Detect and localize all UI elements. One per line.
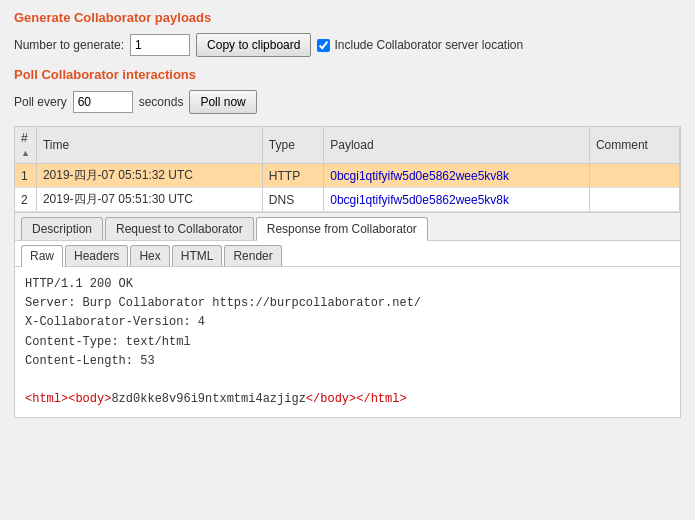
content-line-4: Content-Type: text/html <box>25 333 670 352</box>
html-open-tag: <html><body> <box>25 392 111 406</box>
col-num: # ▲ <box>15 127 36 164</box>
content-line-6 <box>25 371 670 390</box>
include-location-text: Include Collaborator server location <box>334 38 523 52</box>
payload-link[interactable]: 0bcgi1qtifyifw5d0e5862wee5kv8k <box>330 193 509 207</box>
cell-payload[interactable]: 0bcgi1qtifyifw5d0e5862wee5kv8k <box>324 164 590 188</box>
seconds-label: seconds <box>139 95 184 109</box>
copy-to-clipboard-button[interactable]: Copy to clipboard <box>196 33 311 57</box>
generate-title: Generate Collaborator payloads <box>14 10 681 25</box>
include-location-checkbox[interactable] <box>317 39 330 52</box>
interactions-table-container: # ▲ Time Type Payload Comment 12019-四月-0… <box>14 126 681 213</box>
col-payload[interactable]: Payload <box>324 127 590 164</box>
sub-tab-html[interactable]: HTML <box>172 245 223 266</box>
cell-type: DNS <box>262 188 323 212</box>
col-time[interactable]: Time <box>36 127 262 164</box>
content-line-3: X-Collaborator-Version: 4 <box>25 313 670 332</box>
sub-tab-hex[interactable]: Hex <box>130 245 169 266</box>
cell-comment <box>589 164 679 188</box>
payload-link[interactable]: 0bcgi1qtifyifw5d0e5862wee5kv8k <box>330 169 509 183</box>
poll-every-label: Poll every <box>14 95 67 109</box>
html-close-tag: </body></html> <box>306 392 407 406</box>
main-tabs-bar: Description Request to Collaborator Resp… <box>15 213 680 241</box>
cell-time: 2019-四月-07 05:51:32 UTC <box>36 164 262 188</box>
cell-num: 1 <box>15 164 36 188</box>
poll-title: Poll Collaborator interactions <box>14 67 681 82</box>
table-header: # ▲ Time Type Payload Comment <box>15 127 680 164</box>
poll-seconds-input[interactable] <box>73 91 133 113</box>
col-comment[interactable]: Comment <box>589 127 679 164</box>
content-area: HTTP/1.1 200 OK Server: Burp Collaborato… <box>15 267 680 417</box>
tabs-section: Description Request to Collaborator Resp… <box>14 213 681 418</box>
poll-form-row: Poll every seconds Poll now <box>14 90 681 114</box>
cell-comment <box>589 188 679 212</box>
table-body: 12019-四月-07 05:51:32 UTCHTTP0bcgi1qtifyi… <box>15 164 680 212</box>
sub-tab-render[interactable]: Render <box>224 245 281 266</box>
content-line-2: Server: Burp Collaborator https://burpco… <box>25 294 670 313</box>
sort-arrow-num: ▲ <box>21 148 30 158</box>
col-type[interactable]: Type <box>262 127 323 164</box>
cell-time: 2019-四月-07 05:51:30 UTC <box>36 188 262 212</box>
generate-form-row: Number to generate: Copy to clipboard In… <box>14 33 681 57</box>
main-container: Generate Collaborator payloads Number to… <box>0 0 695 428</box>
tab-description[interactable]: Description <box>21 217 103 240</box>
sub-tab-raw[interactable]: Raw <box>21 245 63 267</box>
html-body-content: 8zd0kke8v96i9ntxmtmi4azjigz <box>111 392 305 406</box>
poll-section: Poll Collaborator interactions Poll ever… <box>14 67 681 114</box>
content-line-5: Content-Length: 53 <box>25 352 670 371</box>
table-row[interactable]: 22019-四月-07 05:51:30 UTCDNS0bcgi1qtifyif… <box>15 188 680 212</box>
number-label: Number to generate: <box>14 38 124 52</box>
poll-now-button[interactable]: Poll now <box>189 90 256 114</box>
sub-tab-headers[interactable]: Headers <box>65 245 128 266</box>
generate-section: Generate Collaborator payloads Number to… <box>14 10 681 57</box>
number-input[interactable] <box>130 34 190 56</box>
cell-num: 2 <box>15 188 36 212</box>
cell-payload[interactable]: 0bcgi1qtifyifw5d0e5862wee5kv8k <box>324 188 590 212</box>
table-row[interactable]: 12019-四月-07 05:51:32 UTCHTTP0bcgi1qtifyi… <box>15 164 680 188</box>
sub-tabs-bar: Raw Headers Hex HTML Render <box>15 241 680 267</box>
cell-type: HTTP <box>262 164 323 188</box>
content-line-html: <html><body>8zd0kke8v96i9ntxmtmi4azjigz<… <box>25 390 670 409</box>
tab-response-from-collaborator[interactable]: Response from Collaborator <box>256 217 428 241</box>
tab-request-to-collaborator[interactable]: Request to Collaborator <box>105 217 254 240</box>
include-location-label: Include Collaborator server location <box>317 38 523 52</box>
content-line-1: HTTP/1.1 200 OK <box>25 275 670 294</box>
interactions-table: # ▲ Time Type Payload Comment 12019-四月-0… <box>15 127 680 212</box>
